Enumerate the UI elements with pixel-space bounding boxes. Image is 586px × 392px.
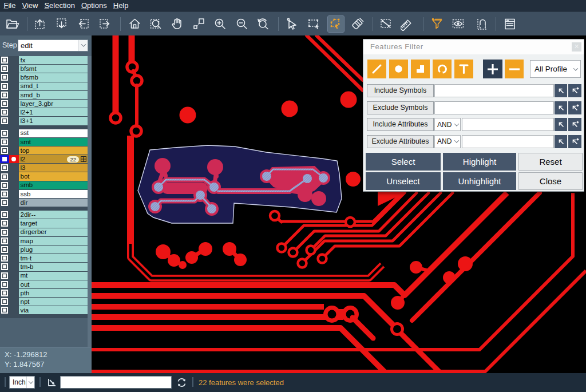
layer-indicator[interactable]: [9, 254, 19, 262]
pan-up-icon[interactable]: [32, 16, 48, 32]
units-combo[interactable]: Inch: [9, 376, 35, 389]
pan-down-icon[interactable]: [54, 16, 70, 32]
close-button[interactable]: Close: [518, 172, 583, 190]
menu-view[interactable]: View: [19, 0, 41, 11]
layer-row-layer_3.gbr[interactable]: layer_3.gbr: [0, 100, 88, 108]
feature-arc-button[interactable]: [433, 60, 452, 78]
layer-indicator[interactable]: [9, 138, 19, 146]
layer-indicator[interactable]: [9, 246, 19, 254]
zoom-region-icon[interactable]: [148, 16, 164, 32]
ruler-icon[interactable]: [399, 16, 415, 32]
snap-magnet-icon[interactable]: [474, 16, 490, 32]
and-or-combo[interactable]: AND: [434, 118, 461, 131]
reset-button[interactable]: Reset: [518, 153, 583, 171]
layer-row-pth[interactable]: pth: [0, 289, 88, 297]
pick-from-canvas-button[interactable]: [555, 118, 567, 131]
feature-surface-button[interactable]: [411, 60, 430, 78]
pick-add-from-canvas-button[interactable]: [568, 84, 581, 97]
feature-line-button[interactable]: [367, 60, 386, 78]
pan-left-icon[interactable]: [76, 16, 92, 32]
pick-from-canvas-button[interactable]: [555, 84, 567, 97]
filter-value-input[interactable]: [462, 118, 554, 131]
layer-row-bfsmt[interactable]: bfsmt: [0, 65, 88, 73]
layer-row-out[interactable]: out: [0, 280, 88, 288]
notes-panel-icon[interactable]: [502, 16, 518, 32]
layer-row-via[interactable]: via: [0, 306, 88, 314]
layer-checkbox-bfsmt[interactable]: [0, 65, 9, 73]
layer-checkbox-l2[interactable]: [0, 155, 9, 163]
layer-row-bfsmb[interactable]: bfsmb: [0, 73, 88, 81]
layer-checkbox-smt[interactable]: [0, 138, 9, 146]
layer-checkbox-bfsmb[interactable]: [0, 73, 9, 81]
layer-checkbox-fx[interactable]: [0, 56, 9, 64]
layer-checkbox-mt[interactable]: [0, 272, 9, 280]
command-input[interactable]: [60, 376, 172, 389]
layer-checkbox-dir[interactable]: [0, 199, 9, 207]
refresh-icon[interactable]: [176, 377, 187, 390]
snap-angle-icon[interactable]: [47, 377, 57, 390]
filter-value-input[interactable]: [434, 101, 554, 114]
layer-row-smb[interactable]: smb: [0, 181, 88, 189]
menu-file[interactable]: File: [1, 0, 19, 11]
layer-checkbox-smd_t[interactable]: [0, 82, 9, 90]
layer-checkbox-npt[interactable]: [0, 298, 9, 306]
active-layer-indicator[interactable]: [9, 155, 19, 163]
unhighlight-button[interactable]: Unhighlight: [443, 172, 516, 190]
layer-checkbox-dirgerber[interactable]: [0, 228, 9, 236]
layer-indicator[interactable]: [9, 100, 19, 108]
layer-indicator[interactable]: [9, 129, 19, 137]
layer-row-map[interactable]: map: [0, 237, 88, 245]
highlight-button[interactable]: Highlight: [443, 153, 516, 171]
layer-checkbox-via[interactable]: [0, 306, 9, 314]
layer-checkbox-pth[interactable]: [0, 289, 9, 297]
layer-indicator[interactable]: [9, 146, 19, 155]
layer-checkbox-smd_b[interactable]: [0, 91, 9, 99]
open-folder-icon[interactable]: [5, 16, 21, 32]
layer-checkbox-plug[interactable]: [0, 246, 9, 254]
layer-checkbox-tm-t[interactable]: [0, 254, 9, 262]
unselect-button[interactable]: Unselect: [366, 172, 441, 190]
layer-indicator[interactable]: [9, 73, 19, 81]
filter-row-label[interactable]: Exclude Symbols: [367, 101, 434, 114]
layer-checkbox-top[interactable]: [0, 146, 9, 155]
features-filter-icon[interactable]: [429, 16, 445, 32]
feature-pad-button[interactable]: [389, 60, 408, 78]
zoom-polygon-icon[interactable]: [191, 16, 207, 32]
pan-right-icon[interactable]: [97, 16, 113, 32]
pick-from-canvas-button[interactable]: [555, 101, 567, 114]
layer-row-dir[interactable]: dir: [0, 199, 88, 207]
layer-checkbox-target[interactable]: [0, 219, 9, 227]
layer-checkbox-out[interactable]: [0, 280, 9, 288]
select-cursor-icon[interactable]: [284, 16, 300, 32]
layer-indicator[interactable]: [9, 108, 19, 116]
filter-row-label[interactable]: Exclude Attributes: [367, 135, 434, 148]
filter-value-input[interactable]: [462, 135, 554, 148]
and-or-combo[interactable]: AND: [434, 135, 461, 148]
layer-checkbox-sst[interactable]: [0, 129, 9, 137]
filter-row-label[interactable]: Include Attributes: [367, 118, 434, 131]
layer-row-2dir--[interactable]: 2dir--: [0, 211, 88, 219]
pick-add-from-canvas-button[interactable]: [568, 118, 581, 131]
layer-row-dirgerber[interactable]: dirgerber: [0, 228, 88, 236]
layer-row-npt[interactable]: npt: [0, 298, 88, 306]
layer-row-l3[interactable]: l3: [0, 164, 88, 172]
home-view-icon[interactable]: [127, 16, 143, 32]
layer-row-top[interactable]: top: [0, 146, 88, 155]
filter-row-label[interactable]: Include Symbols: [367, 84, 434, 97]
layer-checkbox-bot[interactable]: [0, 172, 9, 180]
layer-checkbox-l3[interactable]: [0, 164, 9, 172]
layer-checkbox-map[interactable]: [0, 237, 9, 245]
layer-row-smd_b[interactable]: smd_b: [0, 91, 88, 99]
remove-filter-button[interactable]: [505, 60, 524, 78]
select-button[interactable]: Select: [366, 153, 441, 171]
layer-checkbox-smb[interactable]: [0, 181, 9, 189]
layer-checkbox-l2+1[interactable]: [0, 108, 9, 116]
layer-row-bot[interactable]: bot: [0, 172, 88, 180]
layer-row-tm-b[interactable]: tm-b: [0, 263, 88, 271]
layer-indicator[interactable]: [9, 190, 19, 198]
layer-indicator[interactable]: [9, 272, 19, 280]
feature-text-button[interactable]: [454, 60, 473, 78]
layer-indicator[interactable]: [9, 228, 19, 236]
layer-indicator[interactable]: [9, 280, 19, 288]
layer-indicator[interactable]: [9, 199, 19, 207]
